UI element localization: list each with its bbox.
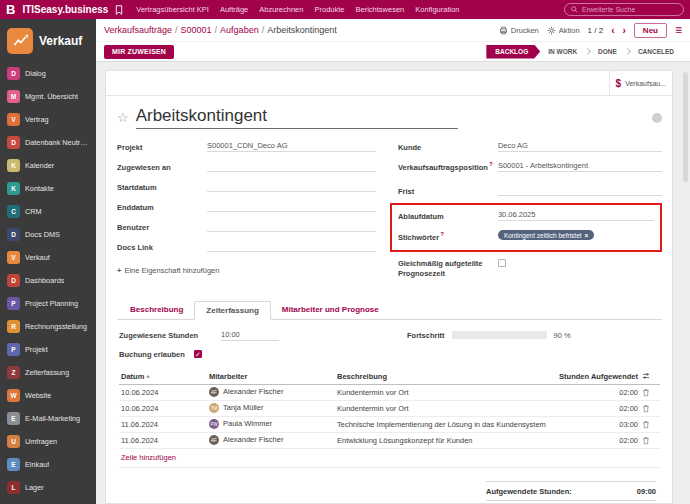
timesheet-row[interactable]: 11.06.2024 AFAlexander Fischer Entwicklu… (119, 432, 660, 448)
sidebar-item-zeiterfassung[interactable]: ZZeiterfassung (0, 361, 96, 384)
tab-mitarbeiter-und-prognose[interactable]: Mitarbeiter und Prognose (271, 301, 390, 319)
tab-zeiterfassung[interactable]: Zeiterfassung (194, 301, 270, 320)
sidebar-item-dialog[interactable]: DDialog (0, 62, 96, 85)
timesheet-row[interactable]: 10.06.2024 AFAlexander Fischer Kundenter… (119, 384, 660, 400)
breadcrumb-verkaufsauftraege[interactable]: Verkaufsaufträge (104, 25, 172, 35)
printer-icon (499, 26, 508, 35)
spent-hours-value: 09:00 (637, 487, 656, 496)
pager-next-icon[interactable]: › (623, 25, 626, 36)
pager-prev-icon[interactable]: ‹ (611, 25, 614, 36)
fields-right-column: KundeDeco AG Verkaufsauftragsposition?S0… (398, 141, 662, 288)
sidebar-item-mgmt-uebersicht[interactable]: MMgmt. Übersicht (0, 85, 96, 108)
field-kunde[interactable]: Deco AG (498, 141, 662, 152)
delete-row-icon[interactable] (642, 420, 658, 429)
sidebar-item-crm[interactable]: CCRM (0, 200, 96, 223)
column-header-mitarbeiter[interactable]: Mitarbeiter (207, 369, 335, 385)
sidebar-item-datenbank-neutralisierung[interactable]: DDatenbank Neutralisie... (0, 131, 96, 154)
menu-berichtswesen[interactable]: Berichtswesen (356, 5, 405, 14)
hamburger-menu-icon[interactable]: ≡ (675, 24, 682, 36)
action-button[interactable]: Aktion (547, 26, 580, 35)
help-icon[interactable]: ? (440, 231, 444, 237)
sidebar-item-dashboards[interactable]: DDashboards (0, 269, 96, 292)
hours-totals: Aufgewendete Stunden: 09:00 Verbleibende… (119, 481, 660, 503)
sidebar-item-vertrag[interactable]: VVertrag (0, 108, 96, 131)
sidebar-item-einkauf[interactable]: EEinkauf (0, 453, 96, 476)
print-button[interactable]: Drucken (499, 26, 539, 35)
sidebar-item-umfragen[interactable]: UUmfragen (0, 430, 96, 453)
sidebar-item-kalender[interactable]: KKalender (0, 154, 96, 177)
field-label-ablaufdatum: Ablaufdatum (398, 212, 498, 221)
kanban-state-icon[interactable] (652, 113, 662, 123)
delete-row-icon[interactable] (642, 436, 658, 445)
column-header-beschreibung[interactable]: Beschreibung (335, 369, 552, 385)
field-docs-link[interactable] (207, 241, 376, 252)
tag-remove-icon[interactable]: × (585, 232, 589, 239)
task-title-input[interactable]: Arbeitskontingent (136, 106, 458, 129)
global-search-input[interactable]: Erweiterte Suche (564, 3, 684, 16)
tab-beschreibung[interactable]: Beschreibung (119, 301, 194, 319)
new-button[interactable]: Neu (634, 23, 667, 38)
umfragen-icon: U (7, 435, 20, 448)
field-frist[interactable] (498, 185, 662, 196)
bookmark-icon[interactable] (115, 5, 123, 15)
booking-checkbox[interactable]: ✓ (194, 350, 202, 358)
stage-backlog[interactable]: BACKLOG (486, 45, 540, 59)
field-projekt[interactable]: S00001_CDN_Deco AG (207, 141, 376, 152)
breadcrumb-aufgaben[interactable]: Aufgaben (220, 25, 259, 35)
sidebar-item-projekt[interactable]: PProjekt (0, 338, 96, 361)
field-verkaufsauftragsposition[interactable]: S00001 - Arbeitskontingent (498, 161, 662, 172)
help-icon[interactable]: ? (489, 161, 493, 167)
menu-konfiguration[interactable]: Konfiguration (415, 5, 459, 14)
menu-auftraege[interactable]: Aufträge (220, 5, 248, 14)
delete-row-icon[interactable] (642, 388, 658, 397)
progress-percent: 90 % (554, 331, 571, 340)
field-ablaufdatum[interactable]: 30.06.2025 (498, 210, 654, 221)
stage-in-work[interactable]: IN WORK (540, 48, 585, 55)
field-zugewiesen-an[interactable] (207, 161, 376, 172)
field-startdatum[interactable] (207, 181, 376, 192)
timesheet-row[interactable]: 11.06.2024 PWPaula Wimmer Technische Imp… (119, 416, 660, 432)
menu-abzurechnen[interactable]: Abzurechnen (259, 5, 303, 14)
field-label-frist: Frist (398, 187, 498, 196)
menu-produkte[interactable]: Produkte (314, 5, 344, 14)
sidebar-item-kontakte[interactable]: KKontakte (0, 177, 96, 200)
sidebar-item-lager[interactable]: LLager (0, 476, 96, 499)
stage-done[interactable]: DONE (590, 48, 625, 55)
status-bar: MIR ZUWEISEN BACKLOG IN WORK DONE CANCEL… (96, 42, 690, 62)
app-logo[interactable]: B (6, 0, 15, 19)
optional-columns-button[interactable] (640, 369, 660, 385)
field-benutzer[interactable] (207, 221, 376, 232)
vertrag-icon: V (7, 113, 20, 126)
favorite-star-icon[interactable]: ☆ (117, 110, 129, 125)
breadcrumb-s00001[interactable]: S00001 (181, 25, 212, 35)
field-enddatum[interactable] (207, 201, 376, 212)
delete-row-icon[interactable] (642, 404, 658, 413)
timesheet-row[interactable]: 10.06.2024 TMTanja Müller Kundentermin v… (119, 400, 660, 416)
kalender-icon: K (7, 159, 20, 172)
sidebar-item-docs-dms[interactable]: DDocs DMS (0, 223, 96, 246)
assign-to-me-button[interactable]: MIR ZUWEISEN (104, 45, 174, 59)
prognosezeit-checkbox[interactable] (498, 259, 506, 267)
current-app[interactable]: Verkauf (0, 19, 96, 62)
tag-pill[interactable]: Kontingent zeitlich befristet× (498, 230, 594, 240)
sidebar-item-website[interactable]: WWebsite (0, 384, 96, 407)
main-menu: Vertragsübersicht KPI Aufträge Abzurechn… (136, 5, 459, 14)
sidebar-item-project-planning[interactable]: PProject Planning (0, 292, 96, 315)
sidebar-item-email-marketing[interactable]: EE-Mail-Marketing (0, 407, 96, 430)
gear-icon (547, 26, 556, 35)
allocated-hours-input[interactable]: 10:00 (221, 330, 279, 341)
brand-name[interactable]: ITISeasy.business (22, 4, 108, 15)
add-line-link[interactable]: Zeile hinzufügen (119, 449, 660, 468)
sales-order-smart-button[interactable]: $ Verkaufsau... (609, 71, 672, 95)
sidebar-item-rechnungsstellung[interactable]: RRechnungsstellung (0, 315, 96, 338)
column-header-datum[interactable]: Datum^ (119, 369, 207, 385)
field-stichwoerter[interactable]: Kontingent zeitlich befristet× (498, 230, 654, 241)
add-property-link[interactable]: +Eine Eigenschaft hinzufügen (117, 266, 376, 275)
vertical-scrollbar[interactable] (683, 72, 688, 182)
stage-canceled[interactable]: CANCELED (630, 48, 682, 55)
verkauf-icon: V (7, 251, 20, 264)
menu-vertragsuebersicht-kpi[interactable]: Vertragsübersicht KPI (136, 5, 209, 14)
sidebar-item-verkauf[interactable]: VVerkauf (0, 246, 96, 269)
avatar: PW (209, 419, 219, 429)
column-header-stunden[interactable]: Stunden Aufgewendet (552, 369, 640, 385)
